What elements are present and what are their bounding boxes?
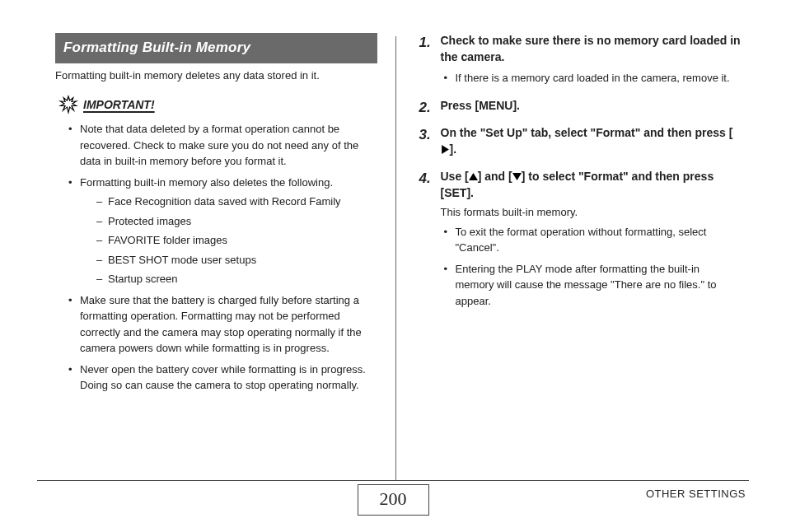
step-number: 2. — [419, 98, 431, 119]
sublist-item: BEST SHOT mode user setups — [96, 252, 377, 268]
important-header: IMPORTANT! — [58, 95, 377, 114]
step-number: 3. — [419, 125, 431, 146]
right-column: 1. Check to make sure there is no memory… — [396, 33, 750, 482]
sublist-item: Face Recognition data saved with Record … — [96, 194, 377, 210]
up-arrow-icon — [469, 172, 478, 181]
important-label: IMPORTANT! — [83, 96, 155, 113]
page-footer: 200 OTHER SETTINGS — [37, 480, 749, 517]
procedure-steps: 1. Check to make sure there is no memory… — [419, 33, 742, 309]
manual-page: Formatting Built-in Memory Formatting bu… — [0, 0, 786, 532]
important-bullet: Formatting built-in memory also deletes … — [70, 175, 377, 287]
step-text-pre: Use [ — [441, 170, 469, 183]
page-number: 200 — [358, 484, 429, 516]
step-heading: On the "Set Up" tab, select "Format" and… — [441, 125, 742, 157]
step-text-pre: On the "Set Up" tab, select "Format" and… — [441, 126, 733, 139]
step-text-mid: ] and [ — [478, 170, 512, 183]
important-bullets: Note that data deleted by a format opera… — [55, 121, 377, 394]
sublist-item: Protected images — [96, 213, 377, 230]
important-bullet: Note that data deleted by a format opera… — [70, 121, 377, 170]
step-heading: Press [MENU]. — [441, 98, 742, 114]
section-heading: Formatting Built-in Memory — [55, 33, 377, 63]
svg-marker-2 — [442, 145, 449, 154]
down-arrow-icon — [512, 172, 522, 181]
important-bullet: Never open the battery cover while forma… — [70, 362, 377, 394]
step-text-post: ]. — [450, 142, 457, 156]
step-bullet: To exit the format operation without for… — [446, 224, 742, 256]
sublist-item: Startup screen — [96, 271, 377, 287]
footer-section-label: OTHER SETTINGS — [646, 488, 746, 500]
step-body: This formats built-in memory. — [441, 205, 742, 221]
bullet-text: Formatting built-in memory also deletes … — [80, 176, 333, 189]
step-heading: Use [] and [] to select "Format" and the… — [441, 169, 742, 201]
svg-marker-4 — [512, 174, 522, 181]
step-heading: Check to make sure there is no memory ca… — [441, 33, 742, 65]
step-number: 1. — [419, 33, 431, 54]
footer-row: 200 OTHER SETTINGS — [37, 483, 749, 517]
content-columns: Formatting Built-in Memory Formatting bu… — [37, 33, 749, 482]
step-bullets: To exit the format operation without for… — [441, 224, 742, 310]
step-3: 3. On the "Set Up" tab, select "Format" … — [419, 125, 742, 157]
step-bullet: If there is a memory card loaded in the … — [446, 70, 742, 86]
delete-sublist: Face Recognition data saved with Record … — [80, 194, 377, 287]
svg-marker-3 — [469, 174, 478, 181]
step-2: 2. Press [MENU]. — [419, 98, 742, 114]
step-bullet: Entering the PLAY mode after formatting … — [446, 261, 742, 310]
step-number: 4. — [419, 169, 431, 189]
important-bullet: Make sure that the battery is charged fu… — [70, 292, 377, 357]
sublist-item: FAVORITE folder images — [96, 232, 377, 249]
intro-text: Formatting built-in memory deletes any d… — [55, 68, 377, 84]
footer-rule — [37, 480, 749, 481]
starburst-icon — [58, 95, 78, 114]
step-1: 1. Check to make sure there is no memory… — [419, 33, 742, 86]
step-4: 4. Use [] and [] to select "Format" and … — [419, 169, 742, 309]
left-column: Formatting Built-in Memory Formatting bu… — [37, 33, 395, 482]
right-arrow-icon — [441, 145, 450, 154]
step-bullets: If there is a memory card loaded in the … — [441, 70, 742, 86]
